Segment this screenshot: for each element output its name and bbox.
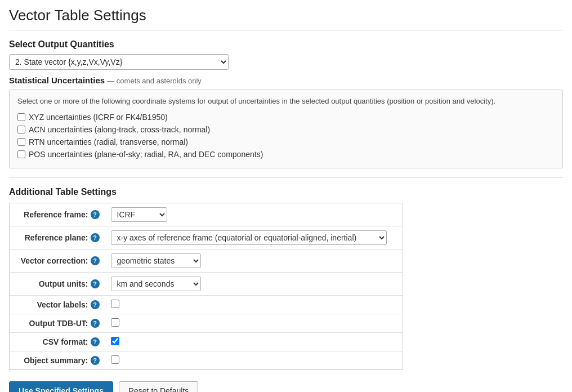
vector-labels-row: Vector labels: ? — [10, 295, 403, 314]
object-summary-row: Object summary: ? — [10, 351, 403, 369]
output-units-value: km and seconds AU and days km and days — [105, 272, 403, 295]
object-summary-checkbox[interactable] — [111, 355, 119, 364]
additional-title: Additional Table Settings — [9, 187, 563, 197]
csv-format-label: CSV format: ? — [10, 332, 105, 351]
csv-format-help-icon[interactable]: ? — [91, 337, 100, 346]
pos-uncertainty-label: POS uncertainties (plane-of-sky; radial,… — [29, 150, 263, 159]
rtn-uncertainty-checkbox[interactable] — [17, 138, 25, 146]
vector-labels-label: Vector labels: ? — [10, 295, 105, 314]
object-summary-label: Object summary: ? — [10, 351, 105, 369]
vector-correction-select[interactable]: geometric states aberrations (LT) aberra… — [111, 253, 201, 268]
reference-plane-select[interactable]: x-y axes of reference frame (equatorial … — [111, 230, 387, 245]
reference-frame-label: Reference frame: ? — [10, 203, 105, 226]
xyz-uncertainty-label: XYZ uncertainties (ICRF or FK4/B1950) — [29, 113, 168, 122]
vector-correction-help-icon[interactable]: ? — [91, 256, 100, 265]
csv-format-value — [105, 332, 403, 351]
reference-frame-value: ICRF FK4/B1950 — [105, 203, 403, 226]
reference-plane-label: Reference plane: ? — [10, 226, 105, 249]
output-tdb-row: Output TDB-UT: ? — [10, 314, 403, 332]
use-settings-button[interactable]: Use Specified Settings — [9, 381, 113, 393]
reset-defaults-button[interactable]: Reset to Defaults — [119, 381, 198, 393]
settings-table: Reference frame: ? ICRF FK4/B1950 Refere… — [9, 203, 403, 370]
output-tdb-checkbox[interactable] — [111, 318, 119, 327]
rtn-uncertainty-label: RTN uncertainties (radial, transverse, n… — [29, 137, 188, 146]
uncertainties-box: Select one or more of the following coor… — [9, 90, 563, 168]
reference-frame-help-icon[interactable]: ? — [91, 210, 100, 219]
reference-plane-row: Reference plane: ? x-y axes of reference… — [10, 226, 403, 249]
acn-uncertainty-label: ACN uncertainties (along-track, cross-tr… — [29, 125, 210, 134]
page-title: Vector Table Settings — [9, 7, 563, 30]
output-units-label: Output units: ? — [10, 272, 105, 295]
output-units-help-icon[interactable]: ? — [91, 279, 100, 288]
output-tdb-value — [105, 314, 403, 332]
output-units-select[interactable]: km and seconds AU and days km and days — [111, 277, 201, 291]
output-tdb-label: Output TDB-UT: ? — [10, 314, 105, 332]
rtn-uncertainty-row: RTN uncertainties (radial, transverse, n… — [17, 137, 555, 146]
vector-labels-checkbox[interactable] — [111, 300, 119, 308]
section-divider — [9, 177, 563, 178]
xyz-uncertainty-checkbox[interactable] — [17, 113, 25, 121]
pos-uncertainty-row: POS uncertainties (plane-of-sky; radial,… — [17, 150, 555, 159]
vector-labels-help-icon[interactable]: ? — [91, 300, 100, 309]
pos-uncertainty-checkbox[interactable] — [17, 150, 25, 158]
vector-correction-value: geometric states aberrations (LT) aberra… — [105, 249, 403, 272]
uncertainties-info: Select one or more of the following coor… — [17, 96, 555, 107]
reference-frame-row: Reference frame: ? ICRF FK4/B1950 — [10, 203, 403, 226]
statistical-title: Statistical Uncertainties — comets and a… — [9, 75, 202, 85]
acn-uncertainty-checkbox[interactable] — [17, 126, 25, 133]
object-summary-help-icon[interactable]: ? — [91, 356, 100, 365]
reference-plane-help-icon[interactable]: ? — [91, 233, 100, 242]
vector-correction-row: Vector correction: ? geometric states ab… — [10, 249, 403, 272]
acn-uncertainty-row: ACN uncertainties (along-track, cross-tr… — [17, 125, 555, 134]
footer-buttons: Use Specified Settings Reset to Defaults — [9, 381, 563, 393]
csv-format-checkbox[interactable] — [111, 337, 119, 345]
xyz-uncertainty-row: XYZ uncertainties (ICRF or FK4/B1950) — [17, 113, 555, 122]
vector-correction-label: Vector correction: ? — [10, 249, 105, 272]
output-tdb-help-icon[interactable]: ? — [91, 319, 100, 328]
csv-format-row: CSV format: ? — [10, 332, 403, 351]
output-quantities-select[interactable]: 1. Position components {x,y,z} only 2. S… — [9, 54, 229, 70]
output-units-row: Output units: ? km and seconds AU and da… — [10, 272, 403, 295]
reference-frame-select[interactable]: ICRF FK4/B1950 — [111, 207, 167, 222]
select-output-label: Select Output Quantities — [9, 39, 563, 50]
reference-plane-value: x-y axes of reference frame (equatorial … — [105, 226, 403, 249]
statistical-subtitle: — comets and asteroids only — [107, 77, 202, 85]
vector-labels-value — [105, 295, 403, 314]
object-summary-value — [105, 351, 403, 369]
